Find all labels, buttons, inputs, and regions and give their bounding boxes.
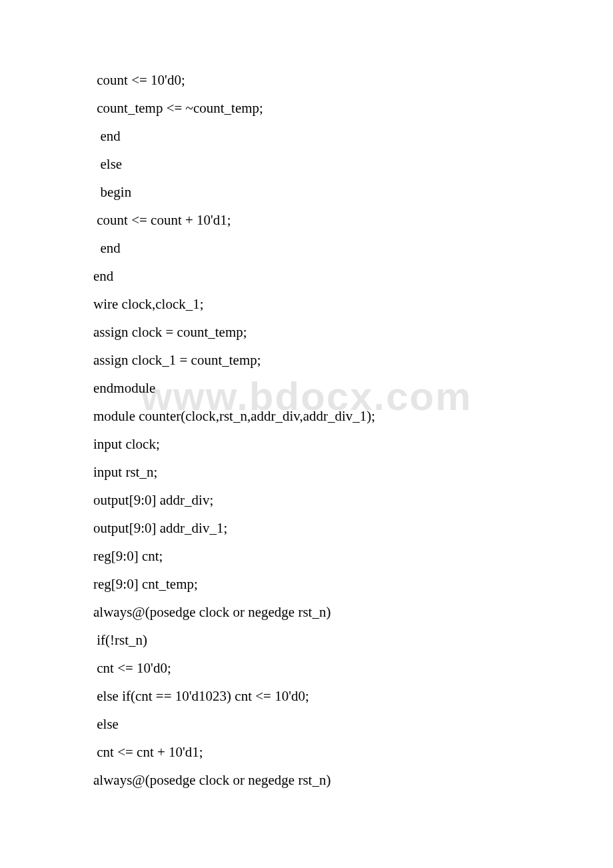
code-line: else [93,157,520,171]
code-line: count_temp <= ~count_temp; [93,101,520,115]
code-line: cnt <= 10'd0; [93,661,520,675]
document-page: www.bdocx.com count <= 10'd0; count_temp… [0,0,613,868]
code-line: cnt <= cnt + 10'd1; [93,745,520,759]
code-line: input clock; [93,437,520,451]
code-line: reg[9:0] cnt; [93,549,520,563]
code-line: end [93,129,520,143]
code-line: begin [93,185,520,199]
code-line: if(!rst_n) [93,633,520,647]
code-line: count <= count + 10'd1; [93,213,520,227]
code-line: else [93,717,520,731]
code-line: always@(posedge clock or negedge rst_n) [93,605,520,619]
code-line: module counter(clock,rst_n,addr_div,addr… [93,409,520,423]
code-line: output[9:0] addr_div_1; [93,521,520,535]
code-line: wire clock,clock_1; [93,297,520,311]
code-line: end [93,269,520,283]
code-line: endmodule [93,381,520,395]
code-line: assign clock_1 = count_temp; [93,353,520,367]
code-line: output[9:0] addr_div; [93,493,520,507]
code-line: count <= 10'd0; [93,73,520,87]
code-line: reg[9:0] cnt_temp; [93,577,520,591]
code-line: assign clock = count_temp; [93,325,520,339]
code-line: input rst_n; [93,465,520,479]
code-line: else if(cnt == 10'd1023) cnt <= 10'd0; [93,689,520,703]
code-line: always@(posedge clock or negedge rst_n) [93,773,520,787]
code-line: end [93,241,520,255]
